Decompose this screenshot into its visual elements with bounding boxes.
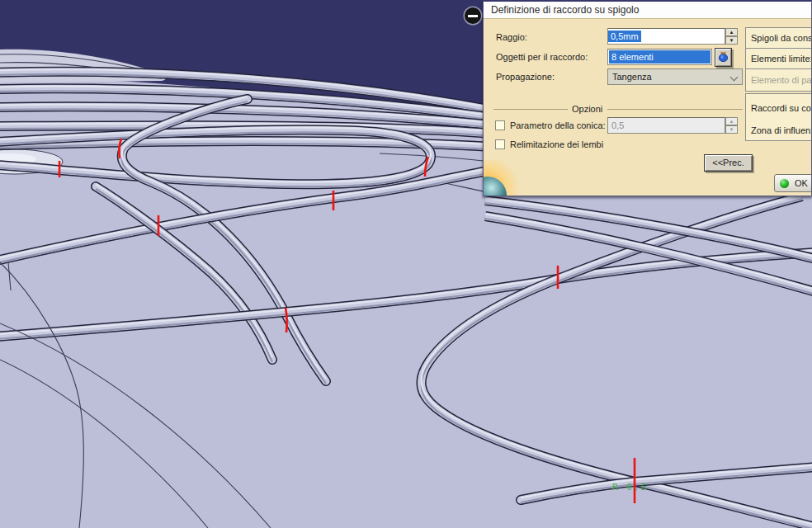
edge-fillet-dialog: Definizione di raccordo su spigolo Raggi… [483,0,812,196]
side-button-elementi-limite[interactable]: Elementi limite: [745,48,812,69]
side-box-raccordi-zona[interactable]: Raccordi su conn Zona di influenza [745,93,812,141]
no-entry-minus-icon [465,7,481,24]
dropdown-chevron-icon [730,73,739,82]
conica-checkbox[interactable] [495,120,505,130]
separator-line [607,109,743,110]
raggio-label: Raggio: [496,32,527,42]
conica-value: 0,5 [611,120,624,130]
prec-button[interactable]: <<Prec. [704,154,753,172]
corner-sun-earth-graphic [484,155,526,196]
conica-spinner: ▲ ▼ [725,117,738,134]
side-button-elemento-partizione: Elemento di parti [745,68,812,92]
spinner-up-icon: ▲ [725,117,738,125]
multi-selection-button[interactable] [715,48,732,67]
side-button-zona-influenza[interactable]: Zona di influenza [751,124,812,137]
conica-label: Parametro della conica: [510,120,606,130]
radius-annotation: R 0,5 [612,482,648,493]
oggetti-value: 8 elementi [611,52,654,62]
side-button-raccordi[interactable]: Raccordi su conn [751,101,812,115]
spinner-up-icon[interactable]: ▲ [725,28,738,36]
raggio-input[interactable]: 0,5mm [607,28,725,45]
propagazione-label: Propagazione: [496,72,555,82]
separator-line [493,109,568,110]
spinner-down-icon[interactable]: ▼ [725,36,738,45]
raggio-value: 0,5mm [608,31,641,42]
ok-button-label: OK [795,178,808,188]
side-button-spigoli[interactable]: Spigoli da conser [745,27,812,49]
raggio-spinner[interactable]: ▲ ▼ [725,28,738,45]
conica-input: 0,5 [607,117,725,134]
catia-viewport: { "window": { "title": "Definizione di r… [0,0,812,528]
spinner-down-icon: ▼ [725,125,738,134]
relimitazione-checkbox[interactable] [495,139,505,149]
relimitazione-label: Relimitazione dei lembi [510,139,603,149]
ok-button[interactable]: OK [774,174,812,192]
ok-green-dot-icon [780,179,789,188]
propagazione-dropdown[interactable]: Tangenza [607,68,743,85]
multi-selection-bag-icon [717,50,729,63]
opzioni-title: Opzioni [572,104,602,114]
dialog-title[interactable]: Definizione di raccordo su spigolo [484,2,811,19]
oggetti-selection-field[interactable]: 8 elementi [607,49,712,65]
oggetti-label: Oggetti per il raccordo: [496,52,588,62]
propagazione-value: Tangenza [612,72,652,82]
